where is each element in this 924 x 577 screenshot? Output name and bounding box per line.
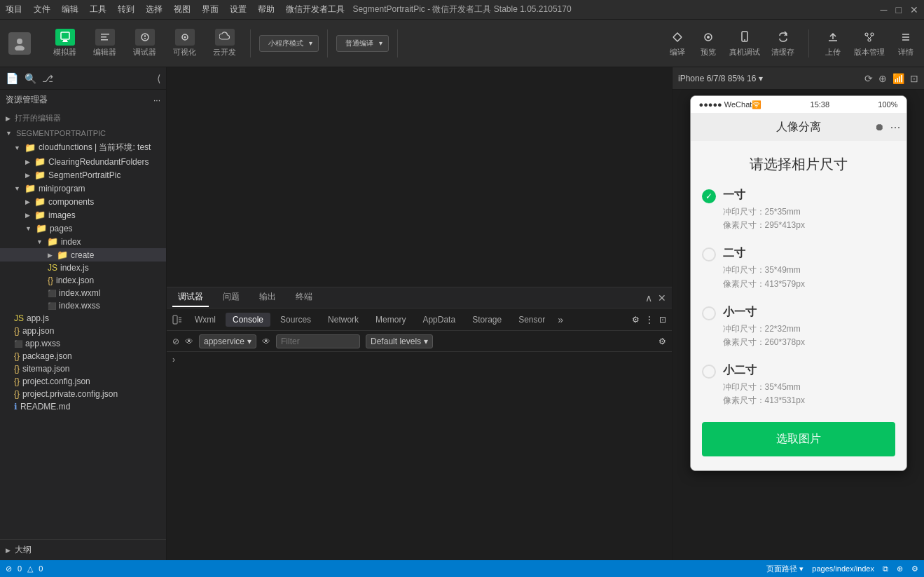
wechat-nav-record[interactable]: ⏺	[874, 121, 884, 133]
sidebar-item-index[interactable]: ▼ 📁 index	[0, 235, 166, 248]
option-2-inch[interactable]: 二寸 冲印尺寸：35*49mm 像素尺寸：413*579px	[702, 246, 895, 290]
page-path-copy-icon[interactable]: ⧉	[883, 564, 888, 573]
expand-icon[interactable]: ⊡	[910, 73, 918, 84]
sidebar-item-miniprogram[interactable]: ▼ 📁 miniprogram	[0, 182, 166, 195]
sidebar-git-icon[interactable]: ⎇	[42, 73, 53, 84]
tab-output[interactable]: 输出	[254, 288, 282, 307]
open-editors-section[interactable]: ▶ 打开的编辑器	[0, 110, 166, 126]
zoom-icon[interactable]: ⊕	[878, 73, 887, 84]
sidebar-item-package-json[interactable]: {} package.json	[0, 350, 166, 362]
sidebar-item-index-wxml[interactable]: ⬛ index.wxml	[0, 287, 166, 299]
menu-goto[interactable]: 转到	[118, 4, 135, 15]
sidebar-collapse-icon[interactable]: ⟨	[157, 73, 160, 84]
context-dropdown[interactable]: appservice ▾	[199, 334, 256, 348]
page-path-label[interactable]: 页面路径 ▾	[766, 564, 804, 574]
menu-interface[interactable]: 界面	[202, 4, 219, 15]
translate-button[interactable]: 编译	[668, 29, 687, 57]
tab-terminal[interactable]: 终端	[290, 288, 318, 307]
maximize-button[interactable]: □	[896, 4, 902, 15]
sidebar-item-app-wxss[interactable]: ⬛ app.wxss	[0, 337, 166, 350]
sidebar-item-app-json[interactable]: {} app.json	[0, 325, 166, 337]
statusbar-settings-icon[interactable]: ⚙	[911, 564, 918, 573]
subtab-appdata[interactable]: AppData	[415, 313, 462, 327]
sidebar-item-segmentpic[interactable]: ▶ 📁 SegmentPortraitPic	[0, 168, 166, 182]
radio-small-1-inch[interactable]	[702, 306, 716, 320]
version-button[interactable]: 版本管理	[854, 29, 885, 57]
sidebar-search-icon[interactable]: 🔍	[25, 73, 36, 84]
sidebar-item-cloudfunctions[interactable]: ▼ 📁 cloudfunctions | 当前环境: test	[0, 140, 166, 155]
menu-wechat-devtools[interactable]: 微信开发者工具	[286, 4, 345, 15]
upload-button[interactable]: 上传	[823, 29, 843, 57]
subtab-more[interactable]: »	[558, 314, 563, 325]
subtab-network[interactable]: Network	[321, 313, 366, 327]
debug-filter-settings-icon[interactable]: ⚙	[658, 337, 666, 346]
mode-dropdown[interactable]: 小程序模式 ▾	[259, 35, 319, 52]
sidebar-item-index-wxss[interactable]: ⬛ index.wxss	[0, 299, 166, 312]
radio-2-inch[interactable]	[702, 247, 716, 262]
radio-small-2-inch[interactable]	[702, 365, 716, 379]
debug-more-icon[interactable]: ⋮	[645, 315, 654, 325]
editor-area[interactable]	[167, 67, 672, 287]
minimize-button[interactable]: ─	[881, 4, 888, 15]
wechat-nav-more[interactable]: ···	[890, 120, 900, 135]
tab-debugger[interactable]: 调试器	[172, 288, 209, 307]
device-dropdown[interactable]: iPhone 6/7/8 85% 16 ▾	[678, 74, 763, 83]
outline-section[interactable]: ▶ 大纲	[0, 539, 166, 560]
compile-dropdown[interactable]: 普通编译 ▾	[336, 35, 389, 52]
sidebar-item-index-json[interactable]: {} index.json	[0, 274, 166, 287]
sidebar-item-project-config[interactable]: {} project.config.json	[0, 375, 166, 388]
filter-input[interactable]	[276, 334, 360, 348]
file-explorer-more[interactable]: ···	[153, 95, 160, 105]
menu-project[interactable]: 项目	[6, 4, 22, 15]
sidebar-item-project-private[interactable]: {} project.private.config.json	[0, 388, 166, 400]
preview-button[interactable]: 预览	[698, 29, 718, 57]
subtab-sources[interactable]: Sources	[273, 313, 318, 327]
select-image-button[interactable]: 选取图片	[702, 422, 895, 456]
cloud-button[interactable]: 云开发	[207, 27, 242, 59]
clear-cache-button[interactable]: 清缓存	[771, 29, 794, 57]
console-caret[interactable]: ›	[172, 355, 175, 365]
option-small-1-inch[interactable]: 小一寸 冲印尺寸：22*32mm 像素尺寸：260*378px	[702, 305, 895, 349]
detail-button[interactable]: 详情	[896, 29, 916, 57]
subtab-storage[interactable]: Storage	[465, 313, 509, 327]
debug-prohibit-icon[interactable]: ⊘	[172, 337, 179, 346]
menu-edit[interactable]: 编辑	[62, 4, 78, 15]
wifi-icon[interactable]: 📶	[892, 73, 904, 84]
sidebar-item-readme[interactable]: ℹ README.md	[0, 400, 166, 413]
menu-tools[interactable]: 工具	[90, 4, 106, 15]
option-1-inch[interactable]: 一寸 冲印尺寸：25*35mm 像素尺寸：295*413px	[702, 188, 895, 232]
sidebar-item-images[interactable]: ▶ 📁 images	[0, 208, 166, 222]
menu-file[interactable]: 文件	[34, 4, 50, 15]
rotate-icon[interactable]: ⟳	[864, 73, 873, 84]
project-section[interactable]: ▼ SEGMENTPORTRAITPIC	[0, 126, 166, 140]
subtab-wxml[interactable]: Wxml	[188, 313, 223, 327]
sidebar-item-pages[interactable]: ▼ 📁 pages	[0, 222, 166, 235]
subtab-sensor[interactable]: Sensor	[511, 313, 552, 327]
menu-select[interactable]: 选择	[146, 4, 163, 15]
sidebar-item-components[interactable]: ▶ 📁 components	[0, 195, 166, 208]
sidebar-item-clearing[interactable]: ▶ 📁 ClearingRedundantFolders	[0, 155, 166, 168]
debugger-button[interactable]: 调试器	[127, 27, 162, 59]
debug-eye-icon[interactable]: 👁	[185, 337, 193, 346]
sidebar-item-create[interactable]: ▶ 📁 create	[0, 248, 166, 262]
sidebar-item-sitemap-json[interactable]: {} sitemap.json	[0, 362, 166, 375]
sidebar-new-file-icon[interactable]: 📄	[6, 72, 19, 85]
simulator-button[interactable]: 模拟器	[48, 27, 82, 59]
debug-dock-icon[interactable]: ⊡	[659, 315, 666, 325]
tab-problems[interactable]: 问题	[217, 288, 245, 307]
editor-button[interactable]: 编辑器	[88, 27, 122, 59]
level-dropdown[interactable]: Default levels ▾	[366, 334, 433, 348]
menu-settings[interactable]: 设置	[230, 4, 247, 15]
debug-close-icon[interactable]: ✕	[658, 292, 666, 304]
menu-help[interactable]: 帮助	[258, 4, 275, 15]
sidebar-item-app-js[interactable]: JS app.js	[0, 312, 166, 325]
menu-view[interactable]: 视图	[174, 4, 191, 15]
zoom-icon[interactable]: ⊕	[897, 564, 903, 573]
context-eye-icon[interactable]: 👁	[262, 337, 270, 346]
visual-button[interactable]: 可视化	[167, 27, 202, 59]
real-device-button[interactable]: 真机调试	[729, 29, 760, 57]
subtab-console[interactable]: Console	[226, 313, 270, 327]
option-small-2-inch[interactable]: 小二寸 冲印尺寸：35*45mm 像素尺寸：413*531px	[702, 363, 895, 407]
subtab-memory[interactable]: Memory	[368, 313, 413, 327]
debug-collapse-icon[interactable]: ∧	[645, 292, 652, 304]
